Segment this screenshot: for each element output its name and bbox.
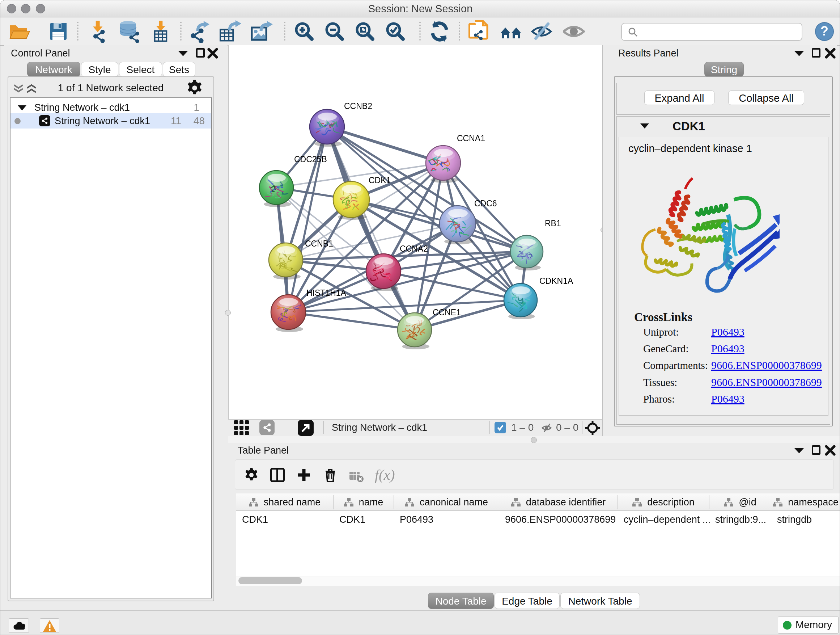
svg-text:CCNE1: CCNE1 <box>433 308 461 317</box>
svg-text:CCNA2: CCNA2 <box>400 244 428 253</box>
svg-text:CDC6: CDC6 <box>474 199 497 208</box>
svg-text:CDKN1A: CDKN1A <box>539 276 573 286</box>
svg-text:CDC25B: CDC25B <box>294 155 327 164</box>
svg-text:HIST1H1A: HIST1H1A <box>306 288 347 298</box>
svg-text:CDK1: CDK1 <box>369 176 391 185</box>
svg-text:CCNA1: CCNA1 <box>457 134 485 143</box>
svg-text:CCNB2: CCNB2 <box>344 101 372 111</box>
svg-text:RB1: RB1 <box>545 219 561 228</box>
svg-text:CCNB1: CCNB1 <box>305 239 333 249</box>
